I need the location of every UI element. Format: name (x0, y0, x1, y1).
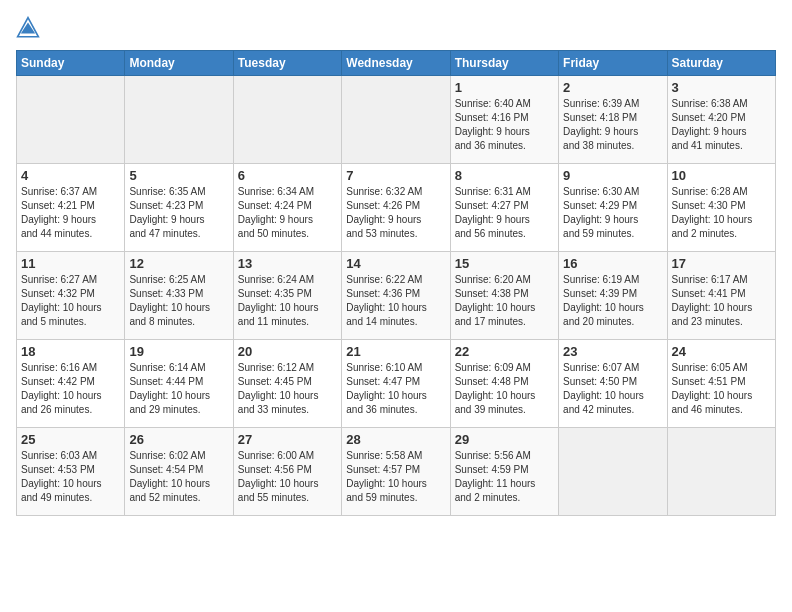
calendar-cell: 15Sunrise: 6:20 AM Sunset: 4:38 PM Dayli… (450, 252, 558, 340)
day-info: Sunrise: 6:07 AM Sunset: 4:50 PM Dayligh… (563, 361, 662, 417)
day-number: 17 (672, 256, 771, 271)
day-info: Sunrise: 6:05 AM Sunset: 4:51 PM Dayligh… (672, 361, 771, 417)
day-info: Sunrise: 6:28 AM Sunset: 4:30 PM Dayligh… (672, 185, 771, 241)
day-header-wednesday: Wednesday (342, 51, 450, 76)
calendar-cell: 7Sunrise: 6:32 AM Sunset: 4:26 PM Daylig… (342, 164, 450, 252)
calendar-cell: 29Sunrise: 5:56 AM Sunset: 4:59 PM Dayli… (450, 428, 558, 516)
day-number: 26 (129, 432, 228, 447)
day-number: 5 (129, 168, 228, 183)
day-info: Sunrise: 6:02 AM Sunset: 4:54 PM Dayligh… (129, 449, 228, 505)
day-header-thursday: Thursday (450, 51, 558, 76)
day-info: Sunrise: 6:35 AM Sunset: 4:23 PM Dayligh… (129, 185, 228, 241)
calendar-cell: 6Sunrise: 6:34 AM Sunset: 4:24 PM Daylig… (233, 164, 341, 252)
calendar-cell: 14Sunrise: 6:22 AM Sunset: 4:36 PM Dayli… (342, 252, 450, 340)
page-header (16, 16, 776, 40)
calendar-cell (559, 428, 667, 516)
day-number: 15 (455, 256, 554, 271)
day-info: Sunrise: 6:38 AM Sunset: 4:20 PM Dayligh… (672, 97, 771, 153)
calendar-cell: 28Sunrise: 5:58 AM Sunset: 4:57 PM Dayli… (342, 428, 450, 516)
day-number: 18 (21, 344, 120, 359)
day-header-friday: Friday (559, 51, 667, 76)
day-number: 22 (455, 344, 554, 359)
day-info: Sunrise: 5:56 AM Sunset: 4:59 PM Dayligh… (455, 449, 554, 505)
day-number: 6 (238, 168, 337, 183)
week-row-4: 18Sunrise: 6:16 AM Sunset: 4:42 PM Dayli… (17, 340, 776, 428)
day-number: 9 (563, 168, 662, 183)
day-info: Sunrise: 6:10 AM Sunset: 4:47 PM Dayligh… (346, 361, 445, 417)
day-number: 8 (455, 168, 554, 183)
day-info: Sunrise: 6:03 AM Sunset: 4:53 PM Dayligh… (21, 449, 120, 505)
day-number: 16 (563, 256, 662, 271)
day-info: Sunrise: 6:00 AM Sunset: 4:56 PM Dayligh… (238, 449, 337, 505)
day-info: Sunrise: 6:24 AM Sunset: 4:35 PM Dayligh… (238, 273, 337, 329)
day-number: 13 (238, 256, 337, 271)
calendar-cell: 17Sunrise: 6:17 AM Sunset: 4:41 PM Dayli… (667, 252, 775, 340)
day-info: Sunrise: 6:20 AM Sunset: 4:38 PM Dayligh… (455, 273, 554, 329)
calendar-cell: 5Sunrise: 6:35 AM Sunset: 4:23 PM Daylig… (125, 164, 233, 252)
day-number: 2 (563, 80, 662, 95)
day-number: 27 (238, 432, 337, 447)
calendar-table: SundayMondayTuesdayWednesdayThursdayFrid… (16, 50, 776, 516)
day-info: Sunrise: 6:09 AM Sunset: 4:48 PM Dayligh… (455, 361, 554, 417)
day-number: 7 (346, 168, 445, 183)
day-info: Sunrise: 6:27 AM Sunset: 4:32 PM Dayligh… (21, 273, 120, 329)
logo-icon (16, 16, 40, 40)
day-number: 14 (346, 256, 445, 271)
days-header-row: SundayMondayTuesdayWednesdayThursdayFrid… (17, 51, 776, 76)
day-number: 24 (672, 344, 771, 359)
day-info: Sunrise: 5:58 AM Sunset: 4:57 PM Dayligh… (346, 449, 445, 505)
day-info: Sunrise: 6:12 AM Sunset: 4:45 PM Dayligh… (238, 361, 337, 417)
calendar-cell: 21Sunrise: 6:10 AM Sunset: 4:47 PM Dayli… (342, 340, 450, 428)
day-number: 19 (129, 344, 228, 359)
calendar-cell: 20Sunrise: 6:12 AM Sunset: 4:45 PM Dayli… (233, 340, 341, 428)
day-number: 12 (129, 256, 228, 271)
day-info: Sunrise: 6:14 AM Sunset: 4:44 PM Dayligh… (129, 361, 228, 417)
calendar-cell: 18Sunrise: 6:16 AM Sunset: 4:42 PM Dayli… (17, 340, 125, 428)
day-info: Sunrise: 6:30 AM Sunset: 4:29 PM Dayligh… (563, 185, 662, 241)
day-header-saturday: Saturday (667, 51, 775, 76)
day-info: Sunrise: 6:25 AM Sunset: 4:33 PM Dayligh… (129, 273, 228, 329)
day-header-tuesday: Tuesday (233, 51, 341, 76)
day-info: Sunrise: 6:34 AM Sunset: 4:24 PM Dayligh… (238, 185, 337, 241)
day-number: 20 (238, 344, 337, 359)
calendar-cell: 8Sunrise: 6:31 AM Sunset: 4:27 PM Daylig… (450, 164, 558, 252)
day-info: Sunrise: 6:22 AM Sunset: 4:36 PM Dayligh… (346, 273, 445, 329)
day-info: Sunrise: 6:40 AM Sunset: 4:16 PM Dayligh… (455, 97, 554, 153)
week-row-2: 4Sunrise: 6:37 AM Sunset: 4:21 PM Daylig… (17, 164, 776, 252)
day-number: 21 (346, 344, 445, 359)
day-info: Sunrise: 6:16 AM Sunset: 4:42 PM Dayligh… (21, 361, 120, 417)
calendar-cell: 11Sunrise: 6:27 AM Sunset: 4:32 PM Dayli… (17, 252, 125, 340)
calendar-cell: 26Sunrise: 6:02 AM Sunset: 4:54 PM Dayli… (125, 428, 233, 516)
calendar-cell: 2Sunrise: 6:39 AM Sunset: 4:18 PM Daylig… (559, 76, 667, 164)
day-number: 3 (672, 80, 771, 95)
calendar-cell: 4Sunrise: 6:37 AM Sunset: 4:21 PM Daylig… (17, 164, 125, 252)
calendar-cell (342, 76, 450, 164)
calendar-cell: 27Sunrise: 6:00 AM Sunset: 4:56 PM Dayli… (233, 428, 341, 516)
day-number: 11 (21, 256, 120, 271)
day-header-monday: Monday (125, 51, 233, 76)
day-number: 25 (21, 432, 120, 447)
calendar-cell: 13Sunrise: 6:24 AM Sunset: 4:35 PM Dayli… (233, 252, 341, 340)
day-info: Sunrise: 6:17 AM Sunset: 4:41 PM Dayligh… (672, 273, 771, 329)
calendar-cell: 22Sunrise: 6:09 AM Sunset: 4:48 PM Dayli… (450, 340, 558, 428)
day-info: Sunrise: 6:19 AM Sunset: 4:39 PM Dayligh… (563, 273, 662, 329)
calendar-cell: 1Sunrise: 6:40 AM Sunset: 4:16 PM Daylig… (450, 76, 558, 164)
day-info: Sunrise: 6:37 AM Sunset: 4:21 PM Dayligh… (21, 185, 120, 241)
day-number: 28 (346, 432, 445, 447)
calendar-cell: 9Sunrise: 6:30 AM Sunset: 4:29 PM Daylig… (559, 164, 667, 252)
calendar-cell: 23Sunrise: 6:07 AM Sunset: 4:50 PM Dayli… (559, 340, 667, 428)
calendar-cell: 19Sunrise: 6:14 AM Sunset: 4:44 PM Dayli… (125, 340, 233, 428)
calendar-cell: 16Sunrise: 6:19 AM Sunset: 4:39 PM Dayli… (559, 252, 667, 340)
calendar-cell: 25Sunrise: 6:03 AM Sunset: 4:53 PM Dayli… (17, 428, 125, 516)
day-number: 4 (21, 168, 120, 183)
week-row-5: 25Sunrise: 6:03 AM Sunset: 4:53 PM Dayli… (17, 428, 776, 516)
calendar-cell: 10Sunrise: 6:28 AM Sunset: 4:30 PM Dayli… (667, 164, 775, 252)
calendar-cell (17, 76, 125, 164)
calendar-cell (125, 76, 233, 164)
calendar-cell: 3Sunrise: 6:38 AM Sunset: 4:20 PM Daylig… (667, 76, 775, 164)
day-number: 10 (672, 168, 771, 183)
day-number: 29 (455, 432, 554, 447)
day-info: Sunrise: 6:39 AM Sunset: 4:18 PM Dayligh… (563, 97, 662, 153)
day-info: Sunrise: 6:31 AM Sunset: 4:27 PM Dayligh… (455, 185, 554, 241)
day-header-sunday: Sunday (17, 51, 125, 76)
